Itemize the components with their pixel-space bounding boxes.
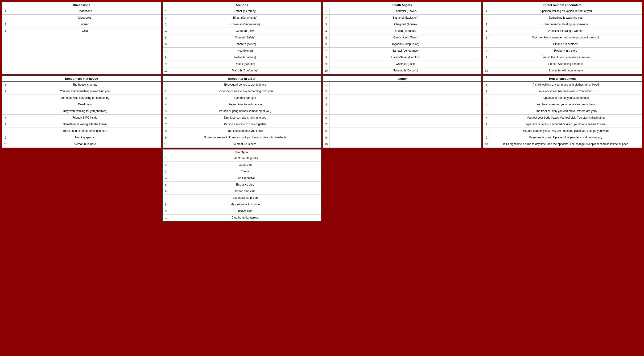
table-row: 1 Thaumiel (Power) [323,8,481,14]
table-row: 4 You hear screams, yet no one else hear… [483,102,642,108]
table-row: 7 A person is getting devoured or killed… [483,121,642,128]
table-row: 2 Your worst fear becomes real in front … [483,88,642,95]
row-value: Everyone is gone. A place full of people… [490,134,642,141]
row-number: 1 [323,8,330,14]
row-value: Cheap strip club [169,188,321,194]
row-value: Nothing special [9,134,161,141]
table-row: 4 Person tries to seduce you [163,102,321,108]
table-row: 1 Kether (hierarchy) [163,8,321,14]
row-number: 2 [163,14,169,21]
row-number: 3 [163,168,169,175]
row-number: 4 [163,28,169,34]
row-number: 7 [163,195,169,201]
row-value: Bar of low life punks [169,155,321,162]
row-value: Inferno [9,21,161,28]
row-value: Person asks you to drink together [169,121,321,128]
row-value: A person walking an vanish in front of y… [490,8,642,14]
row-number: 4 [483,102,490,108]
table-row: 5 Gamichicoth (Fear) [323,34,481,41]
row-number: 2 [163,162,169,168]
table-row: 1 A person walking an vanish in front of… [483,8,642,14]
row-value: There used to be something in here [9,128,161,134]
row-number: 8 [323,128,330,134]
row-number: 2 [163,88,169,94]
row-number: 7 [2,121,9,128]
row-number: 10 [2,141,9,148]
archons-table: Archons 1 Kether (hierarchy) 2 Binah (Co… [162,2,322,74]
table-row: 9 BDSM club [163,208,321,214]
row-value: Random bar fight [169,95,321,101]
table-row: 6 Friendly NPC inside [2,114,161,121]
row-value: Classic [169,168,321,175]
table-row: 1 The house is empty [2,82,161,88]
table-row: 5 They were waiting for you(enemies) [2,108,161,114]
row-value: Chesed (Safety) [169,34,321,41]
table-row: 8 There used to be something in here [2,128,161,134]
row-number: 10 [163,68,169,74]
row-number: 8 [483,128,490,134]
death-angels-table: Death Angels 1 Thaumiel (Power) 2 Sathar… [322,2,482,74]
row-number: 6 [483,114,490,121]
horror-header: Horror encounters [483,76,642,82]
row-value: Your worst fear becomes real in front of… [490,88,642,94]
row-value [330,102,481,108]
row-value: Club front, dangerous [169,214,321,221]
row-number: 7 [483,48,490,54]
row-number: 7 [483,121,490,128]
row-number: 9 [2,134,9,141]
row-number: 6 [163,188,169,194]
row-value: A person in front of you starts to melt [490,95,642,101]
table-row: 2 Something is watching you [483,14,642,21]
table-row: 7 Something is wrong with the house [2,121,161,128]
row-value: Nahemoth (Discord) [330,68,481,74]
row-number: 1 [483,8,490,14]
horror-table: Horror encounters 1 A child walking at y… [483,76,642,148]
table-row: 2 Gang Den [163,162,321,168]
table-row: 7 Person asks you to drink together [163,121,321,128]
row-number: 1 [163,82,169,88]
table-row: 3 Chokmah (Submission) [163,21,321,28]
row-value: Time freezes, only you can move. Where a… [490,108,642,114]
table-row: 6 Togarini (Compulsion) [323,41,481,48]
row-number: 9 [163,134,169,141]
row-value [330,128,481,134]
row-number: 4 [163,102,169,108]
row-value [330,134,481,141]
row-value: Drunk person starts talking to you [169,114,321,121]
street-random-header: Street random encounters [483,2,642,8]
row-value: Exclusive club [169,182,321,188]
row-value: Yesod (Avarice) [169,61,321,67]
archons-header: Archons [163,2,321,8]
row-number: 2 [323,14,330,21]
row-number: 2 [323,88,330,94]
row-number: 5 [323,108,330,114]
row-number: 6 [163,114,169,121]
row-number: 8 [483,54,490,60]
row-value: Bodyguard comes to ask to leave [169,82,321,88]
row-value: A creature is here [9,141,161,148]
row-value: Mysterious out of place [169,201,321,208]
table-row: 4 Dead body [2,102,161,108]
table-row: 9 Everyone is gone. A place full of peop… [483,134,642,141]
table-row: 6 [323,114,481,121]
row-number: 7 [163,121,169,128]
table-row: 2 Binah (Community) [163,14,321,21]
row-value: Metropolis [9,14,161,21]
table-row: 3 Classic [163,168,321,175]
table-row: 5 Person or gang harass someone(not you) [163,108,321,114]
empty-spacer-3 [483,149,642,222]
table-row: 9 Person A shooting person B [483,61,642,68]
row-value: Something is wrong with the house [9,121,161,128]
table-row: 4 Golab (Torment) [323,28,481,34]
row-number: 6 [323,114,330,121]
row-number: 1 [483,82,490,88]
row-value: Cult member or member talking to you abo… [490,34,642,41]
row-number: 9 [483,134,490,141]
row-number: 5 [163,34,169,41]
bar-type-header: Bar Type [163,150,321,155]
row-value: Samael (Vengeance) [330,48,481,54]
row-value: A child walking at your place with cloth… [490,82,642,88]
row-number: 4 [163,175,169,181]
encounter-bar-table: Encounter in a Bar 1 Bodyguard comes to … [162,76,322,148]
table-row: 1 Bodyguard comes to ask to leave [163,82,321,88]
